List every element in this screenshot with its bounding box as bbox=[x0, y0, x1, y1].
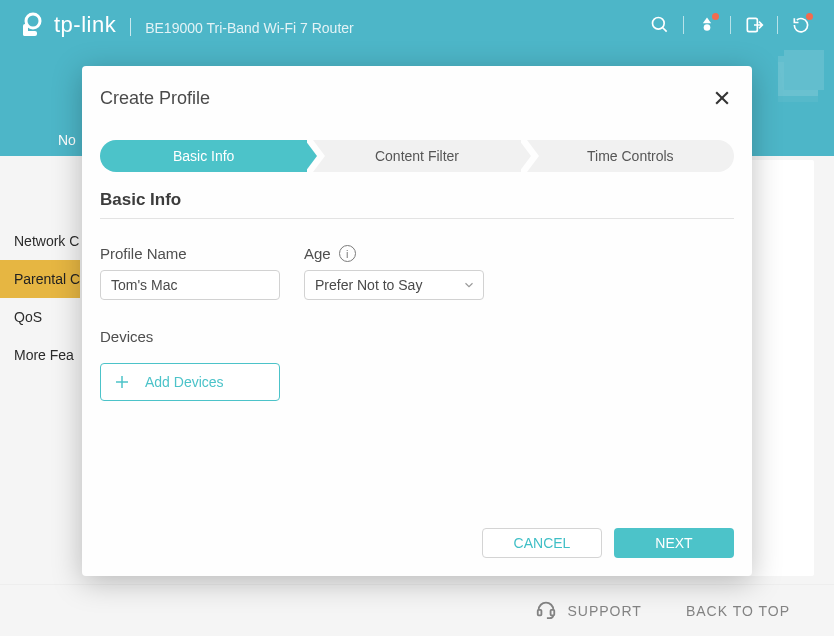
sidebar-item-label: More Fea bbox=[14, 347, 74, 363]
support-link[interactable]: SUPPORT bbox=[535, 598, 641, 623]
step-time-controls[interactable]: Time Controls bbox=[527, 140, 734, 172]
sidebar-item-parental[interactable]: Parental C bbox=[0, 260, 80, 298]
next-button[interactable]: NEXT bbox=[614, 528, 734, 558]
step-label: Basic Info bbox=[173, 148, 234, 164]
header-action-icons bbox=[649, 14, 812, 36]
notification-icon[interactable] bbox=[696, 14, 718, 36]
back-to-top-label: BACK TO TOP bbox=[686, 603, 790, 619]
modal-header: Create Profile bbox=[100, 86, 734, 110]
product-title: BE19000 Tri-Band Wi-Fi 7 Router bbox=[145, 20, 354, 36]
subheader-tab-peek: No bbox=[58, 132, 76, 148]
modal-title: Create Profile bbox=[100, 88, 210, 109]
headset-icon bbox=[535, 598, 557, 623]
age-label: Age bbox=[304, 245, 331, 262]
header-icon-separator bbox=[730, 16, 731, 34]
page-footer: SUPPORT BACK TO TOP bbox=[0, 584, 834, 636]
sidebar-item-label: QoS bbox=[14, 309, 42, 325]
svg-rect-11 bbox=[538, 610, 542, 616]
brand-name: tp-link bbox=[54, 12, 116, 38]
svg-line-4 bbox=[663, 27, 667, 31]
age-select[interactable]: Prefer Not to Say bbox=[304, 270, 484, 300]
age-group: Age i Prefer Not to Say bbox=[304, 245, 484, 300]
brand-logo: tp-link bbox=[18, 11, 116, 39]
sidebar-item-qos[interactable]: QoS bbox=[0, 298, 80, 336]
back-to-top-link[interactable]: BACK TO TOP bbox=[686, 603, 790, 619]
tplink-logo-icon bbox=[18, 11, 46, 39]
age-label-row: Age i bbox=[304, 245, 484, 262]
svg-point-5 bbox=[704, 24, 711, 31]
decorative-accent bbox=[784, 50, 824, 90]
support-label: SUPPORT bbox=[567, 603, 641, 619]
age-selected-value: Prefer Not to Say bbox=[315, 277, 422, 293]
header-icon-separator bbox=[683, 16, 684, 34]
sidebar-item-network[interactable]: Network C bbox=[0, 222, 80, 260]
update-dot-icon bbox=[806, 13, 813, 20]
devices-group: Devices Add Devices bbox=[100, 328, 734, 401]
close-icon[interactable] bbox=[710, 86, 734, 110]
cancel-button[interactable]: CANCEL bbox=[482, 528, 602, 558]
next-label: NEXT bbox=[655, 535, 692, 551]
add-devices-button[interactable]: Add Devices bbox=[100, 363, 280, 401]
sidebar-item-label: Parental C bbox=[14, 271, 80, 287]
sidebar-item-label: Network C bbox=[14, 233, 79, 249]
svg-rect-12 bbox=[551, 610, 555, 616]
refresh-icon[interactable] bbox=[790, 14, 812, 36]
modal-footer: CANCEL NEXT bbox=[482, 528, 734, 558]
notification-dot-icon bbox=[712, 13, 719, 20]
plus-icon bbox=[113, 373, 131, 391]
search-icon[interactable] bbox=[649, 14, 671, 36]
profile-name-input[interactable] bbox=[100, 270, 280, 300]
left-sidebar: Network C Parental C QoS More Fea bbox=[0, 156, 80, 584]
header-icon-separator bbox=[777, 16, 778, 34]
svg-point-3 bbox=[653, 17, 665, 29]
section-title: Basic Info bbox=[100, 190, 734, 219]
profile-name-label: Profile Name bbox=[100, 245, 280, 262]
step-content-filter[interactable]: Content Filter bbox=[313, 140, 520, 172]
devices-label: Devices bbox=[100, 328, 734, 345]
step-basic-info[interactable]: Basic Info bbox=[100, 140, 307, 172]
svg-point-0 bbox=[26, 14, 40, 28]
profile-name-group: Profile Name bbox=[100, 245, 280, 300]
cancel-label: CANCEL bbox=[514, 535, 571, 551]
create-profile-modal: Create Profile Basic Info Content Filter… bbox=[82, 66, 752, 576]
logout-icon[interactable] bbox=[743, 14, 765, 36]
step-tabs: Basic Info Content Filter Time Controls bbox=[100, 140, 734, 172]
svg-rect-2 bbox=[23, 31, 37, 36]
header-divider bbox=[130, 18, 131, 36]
info-icon[interactable]: i bbox=[339, 245, 356, 262]
form-row-name-age: Profile Name Age i Prefer Not to Say bbox=[100, 245, 734, 300]
step-label: Time Controls bbox=[587, 148, 674, 164]
sidebar-item-more[interactable]: More Fea bbox=[0, 336, 80, 374]
add-devices-label: Add Devices bbox=[145, 374, 224, 390]
step-label: Content Filter bbox=[375, 148, 459, 164]
